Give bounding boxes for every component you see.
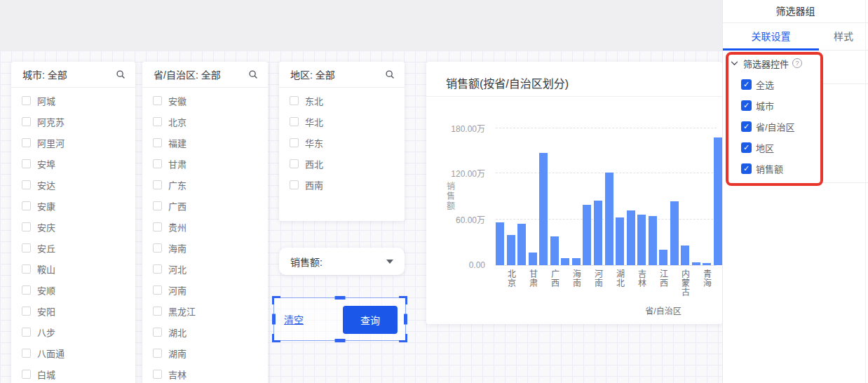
- filter-option[interactable]: 湖北: [142, 321, 268, 342]
- bar-贵州[interactable]: [561, 258, 569, 265]
- filter-option[interactable]: 湖南: [142, 342, 268, 363]
- checkbox-checked[interactable]: ✓: [741, 79, 752, 90]
- bar-安徽[interactable]: [496, 222, 504, 265]
- selection-handle[interactable]: [399, 334, 407, 342]
- tab-association-settings[interactable]: 关联设置: [723, 23, 819, 51]
- bar-青海[interactable]: [703, 263, 711, 265]
- filter-option[interactable]: 海南: [142, 237, 268, 258]
- checkbox-unchecked[interactable]: [153, 243, 162, 253]
- filter-control-option[interactable]: ✓城市: [723, 95, 868, 116]
- filter-option[interactable]: 广西: [142, 195, 268, 216]
- filter-option[interactable]: 白城: [11, 363, 135, 383]
- filter-option[interactable]: 阿里河: [11, 132, 135, 153]
- checkbox-unchecked[interactable]: [22, 328, 31, 337]
- checkbox-unchecked[interactable]: [22, 370, 31, 379]
- selection-handle[interactable]: [334, 339, 345, 342]
- filter-option[interactable]: 河北: [142, 258, 268, 279]
- checkbox-unchecked[interactable]: [290, 117, 299, 126]
- checkbox-unchecked[interactable]: [22, 307, 31, 316]
- checkbox-unchecked[interactable]: [153, 117, 162, 126]
- filter-option[interactable]: 阿克苏: [11, 111, 135, 132]
- checkbox-unchecked[interactable]: [290, 96, 299, 105]
- bar-宁夏[interactable]: [692, 262, 700, 265]
- clear-button[interactable]: 清空: [284, 298, 304, 342]
- selection-handle[interactable]: [334, 296, 345, 300]
- filter-option[interactable]: 安埠: [11, 153, 135, 174]
- checkbox-unchecked[interactable]: [22, 285, 31, 295]
- filter-option[interactable]: 阿城: [11, 90, 135, 111]
- bar-福建[interactable]: [517, 224, 526, 265]
- filter-control-option[interactable]: ✓地区: [723, 137, 868, 158]
- sales-chart-card[interactable]: 销售额(按省/自治区划分) 销售额 省/自治区 180.00万120.00万60…: [426, 62, 722, 324]
- selection-handle[interactable]: [404, 314, 407, 325]
- bar-吉林[interactable]: [637, 215, 646, 265]
- scrollbar-track[interactable]: [865, 0, 866, 383]
- search-icon[interactable]: [248, 69, 258, 79]
- filter-option[interactable]: 安阳: [11, 300, 135, 321]
- checkbox-unchecked[interactable]: [153, 370, 162, 379]
- selection-handle[interactable]: [272, 314, 276, 325]
- checkbox-unchecked[interactable]: [153, 138, 162, 147]
- filter-control-option[interactable]: ✓全选: [723, 74, 868, 95]
- checkbox-unchecked[interactable]: [22, 264, 31, 274]
- checkbox-unchecked[interactable]: [153, 349, 162, 358]
- filter-option[interactable]: 广东: [142, 174, 268, 195]
- filter-option[interactable]: 华东: [279, 132, 405, 153]
- selection-handle[interactable]: [272, 296, 280, 304]
- filter-option[interactable]: 甘肃: [142, 153, 268, 174]
- filter-option[interactable]: 东北: [279, 90, 405, 111]
- filter-option[interactable]: 鞍山: [11, 258, 135, 279]
- help-icon[interactable]: ?: [792, 58, 802, 68]
- checkbox-unchecked[interactable]: [22, 180, 31, 189]
- checkbox-unchecked[interactable]: [290, 159, 299, 168]
- selection-handle[interactable]: [399, 296, 407, 304]
- checkbox-unchecked[interactable]: [22, 222, 31, 231]
- filter-option[interactable]: 北京: [142, 111, 268, 132]
- checkbox-unchecked[interactable]: [153, 264, 162, 274]
- checkbox-unchecked[interactable]: [153, 328, 162, 337]
- checkbox-unchecked[interactable]: [22, 201, 31, 210]
- bar-辽宁[interactable]: [670, 201, 679, 265]
- measure-dropdown[interactable]: 销售额:: [279, 248, 405, 275]
- checkbox-unchecked[interactable]: [153, 96, 162, 105]
- search-icon[interactable]: [385, 69, 395, 79]
- checkbox-unchecked[interactable]: [153, 222, 162, 231]
- filter-controls-section-header[interactable]: 筛选器控件 ?: [723, 53, 868, 74]
- checkbox-unchecked[interactable]: [153, 307, 162, 316]
- bar-江苏[interactable]: [649, 216, 657, 265]
- checkbox-unchecked[interactable]: [22, 159, 31, 168]
- bar-海南[interactable]: [572, 258, 581, 265]
- filter-option[interactable]: 福建: [142, 132, 268, 153]
- checkbox-unchecked[interactable]: [153, 180, 162, 189]
- filter-option[interactable]: 贵州: [142, 216, 268, 237]
- filter-control-option[interactable]: ✓省/自治区: [723, 116, 868, 137]
- tab-style[interactable]: 样式: [819, 23, 868, 51]
- filter-option[interactable]: 华北: [279, 111, 405, 132]
- bar-广西[interactable]: [550, 236, 559, 265]
- checkbox-checked[interactable]: ✓: [741, 100, 752, 111]
- filter-option[interactable]: 西南: [279, 174, 405, 195]
- bar-河北[interactable]: [583, 205, 591, 265]
- bar-甘肃[interactable]: [529, 253, 537, 265]
- checkbox-unchecked[interactable]: [153, 201, 162, 210]
- filter-option[interactable]: 西北: [279, 153, 405, 174]
- filter-option[interactable]: 河南: [142, 279, 268, 300]
- checkbox-unchecked[interactable]: [22, 96, 31, 105]
- selection-handle[interactable]: [272, 334, 280, 342]
- filter-option[interactable]: 安达: [11, 174, 135, 195]
- query-button-group-selection[interactable]: 清空 查询: [273, 297, 406, 341]
- filter-option[interactable]: 安康: [11, 195, 135, 216]
- filter-control-option[interactable]: ✓销售额: [723, 158, 868, 179]
- bar-山东[interactable]: [714, 137, 722, 265]
- search-icon[interactable]: [116, 69, 126, 79]
- checkbox-unchecked[interactable]: [22, 138, 31, 147]
- filter-option[interactable]: 安徽: [142, 90, 268, 111]
- bar-广东[interactable]: [539, 153, 548, 265]
- checkbox-checked[interactable]: ✓: [741, 163, 752, 174]
- checkbox-unchecked[interactable]: [22, 243, 31, 253]
- filter-option[interactable]: 安顺: [11, 279, 135, 300]
- checkbox-unchecked[interactable]: [22, 117, 31, 126]
- filter-option[interactable]: 八步: [11, 321, 135, 342]
- bar-内蒙古[interactable]: [681, 246, 689, 265]
- bar-江西[interactable]: [659, 250, 667, 265]
